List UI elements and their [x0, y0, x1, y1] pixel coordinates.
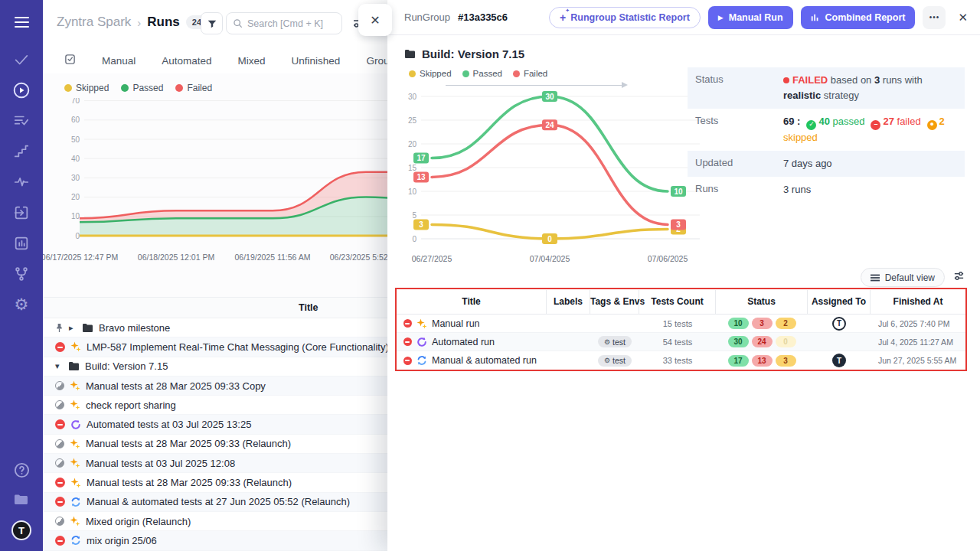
pulse-icon[interactable] [12, 173, 31, 191]
tag-pill[interactable]: ⚙test [598, 336, 632, 347]
column-header-labels[interactable]: Labels [547, 290, 590, 314]
statistic-report-button[interactable]: +✦ Rungroup Statistic Report [549, 7, 701, 28]
manual-run-icon [70, 399, 80, 410]
drawer-close-icon[interactable]: ✕ [958, 11, 968, 24]
manual-run-icon [70, 516, 80, 527]
runs-table-row[interactable]: Automated run ⚙test 54 tests 30 24 0 Jul… [397, 333, 965, 351]
column-header-finished-at[interactable]: Finished At [871, 290, 965, 314]
settings-gear-icon[interactable]: ⚙ [12, 295, 31, 314]
failed-count-pill: 3 [752, 318, 773, 329]
automated-run-icon [416, 337, 427, 347]
tag-pill[interactable]: ⚙test [598, 355, 632, 367]
filter-button[interactable] [201, 12, 223, 34]
run-title: Manual & automated tests at 27 Jun 2025 … [87, 496, 350, 507]
runs-table-highlighted: TitleLabelsTags & EnvsTests CountStatusA… [395, 288, 967, 371]
user-avatar[interactable]: T [11, 520, 31, 540]
legend-dot-icon [64, 84, 72, 92]
panel-close-button[interactable]: ✕ [358, 4, 392, 36]
svg-text:0: 0 [412, 235, 416, 243]
status-cell: 10 3 2 [716, 318, 808, 329]
assignee-avatar[interactable]: T [832, 317, 846, 331]
svg-text:30: 30 [545, 93, 554, 101]
search-icon [233, 18, 243, 28]
search-input[interactable] [247, 18, 332, 29]
updated-value: 7 days ago [783, 156, 832, 171]
run-title: mix origin 25/06 [87, 535, 157, 546]
svg-text:10: 10 [71, 212, 80, 220]
tab-unfinished[interactable]: Unfinished [292, 55, 341, 67]
status-value: FAILED based on 3 runs with realistic st… [783, 73, 957, 103]
svg-text:30: 30 [71, 174, 80, 182]
failed-status-icon [55, 419, 65, 429]
project-name[interactable]: Zyntra Spark [57, 15, 131, 30]
default-view-button[interactable]: Default view [861, 268, 945, 287]
caret-down-icon[interactable]: ▾ [55, 361, 63, 371]
manual-run-icon [70, 478, 81, 488]
tab-automated[interactable]: Automated [162, 55, 211, 67]
column-header-assigned-to[interactable]: Assigned To [808, 290, 871, 314]
runs-play-icon[interactable] [12, 81, 31, 99]
column-header-status[interactable]: Status [716, 290, 808, 314]
svg-text:20: 20 [71, 193, 80, 201]
sidebar: ⚙ T [0, 0, 43, 551]
manual-run-button[interactable]: ▶ Manual Run [708, 6, 793, 29]
tab-manual[interactable]: Manual [102, 55, 136, 67]
select-all-icon[interactable] [64, 54, 76, 68]
skipped-count-pill: 0 [776, 336, 796, 347]
failed-status-icon [55, 536, 65, 546]
assigned-cell: T [808, 317, 871, 331]
svg-text:25: 25 [408, 116, 417, 125]
tests-value: 69 :✓40 passed–27 failed●2 skipped [783, 114, 957, 145]
run-title: Mixed origin (Relaunch) [86, 516, 191, 527]
import-box-icon[interactable] [12, 204, 31, 222]
help-icon[interactable] [12, 461, 31, 479]
run-title: check report sharing [86, 399, 176, 411]
caret-right-icon[interactable]: ▸ [69, 323, 77, 333]
manual-run-icon [70, 439, 80, 449]
plans-list-check-icon[interactable] [12, 112, 31, 130]
finished-at: Jul 4, 2025 11:27 AM [871, 337, 965, 347]
x-tick-label: 06/17/2025 12:47 PM [43, 253, 118, 262]
more-actions-button[interactable]: ••• [923, 6, 946, 29]
svg-text:0: 0 [75, 232, 80, 240]
passed-count-pill: 10 [728, 318, 749, 329]
svg-text:3: 3 [419, 220, 423, 229]
legend-passed: Passed [121, 83, 163, 93]
tags-cell: ⚙test [590, 355, 639, 367]
column-header-title[interactable]: Title [397, 290, 547, 314]
run-title: Automated run [432, 337, 495, 347]
svg-text:24: 24 [545, 121, 554, 129]
runs-label: Runs [695, 182, 783, 197]
steps-icon[interactable] [12, 142, 31, 161]
analytics-chart-icon[interactable] [12, 234, 31, 253]
runs-table-row[interactable]: Manual run 15 tests 10 3 2 T Jul 6, 2025… [397, 315, 965, 333]
column-header-tags-envs[interactable]: Tags & Envs [590, 290, 639, 314]
build-title: Build: Version 7.15 [422, 47, 524, 60]
passed-check-icon: ✓ [806, 120, 816, 130]
legend-failed: Failed [175, 83, 212, 93]
menu-icon[interactable] [15, 14, 29, 31]
combined-report-button[interactable]: Combined Report [801, 6, 916, 29]
failed-status-icon [55, 497, 65, 507]
tests-count: 15 tests [639, 319, 716, 328]
tests-check-icon[interactable] [12, 51, 31, 69]
manual-run-icon [416, 318, 427, 329]
folder-icon [404, 49, 416, 59]
tests-count: 54 tests [639, 337, 716, 347]
projects-folder-icon[interactable] [12, 491, 31, 509]
svg-text:3: 3 [676, 220, 681, 229]
status-cell: 30 24 0 [716, 336, 808, 347]
table-settings-icon[interactable] [953, 270, 965, 285]
in-progress-status-icon [55, 458, 64, 468]
search-box[interactable] [226, 12, 342, 34]
branch-icon[interactable] [12, 265, 31, 283]
tab-mixed[interactable]: Mixed [238, 55, 266, 67]
runs-table-row[interactable]: Manual & automated run ⚙test 33 tests 17… [397, 351, 965, 370]
assignee-avatar[interactable]: T [832, 354, 846, 367]
mixed-run-icon [416, 355, 427, 366]
x-tick-label: 06/18/2025 12:01 PM [138, 253, 214, 262]
play-icon: ▶ [718, 14, 724, 21]
folder-icon [82, 323, 93, 333]
in-progress-status-icon [55, 381, 64, 390]
column-header-tests-count[interactable]: Tests Count [639, 290, 716, 314]
